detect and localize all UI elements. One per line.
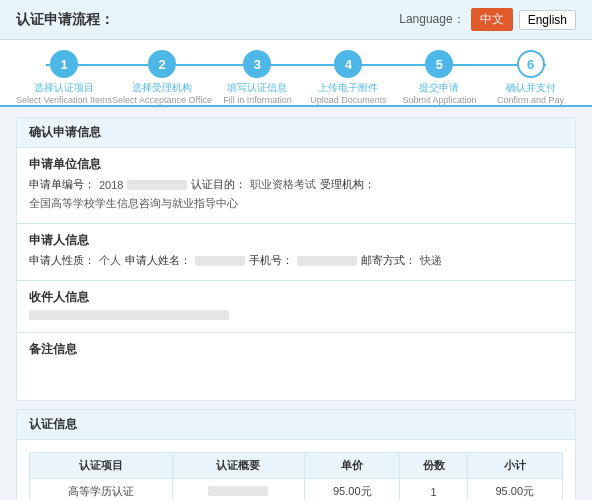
- lang-cn-button[interactable]: 中文: [471, 8, 513, 31]
- type-value: 个人: [99, 253, 121, 268]
- cell-unit-price: 95.00元: [305, 479, 400, 501]
- remark-content: [29, 362, 563, 392]
- recipient-row: [29, 310, 563, 320]
- step-2: 2 选择受理机构 Select Acceptance Office: [112, 50, 212, 105]
- cell-subtotal: 95.00元: [467, 479, 562, 501]
- step-6: 6 确认并支付 Confirm and Pay: [485, 50, 576, 105]
- lang-en-button[interactable]: English: [519, 10, 576, 30]
- cert-info-title: 认证信息: [17, 410, 575, 440]
- cert-target-value: 职业资格考试: [250, 177, 316, 192]
- cert-target-label: 认证目的：: [191, 177, 246, 192]
- step-1-cn: 选择认证项目: [34, 81, 94, 95]
- step-2-cn: 选择受理机构: [132, 81, 192, 95]
- recipient-body: 收件人信息: [17, 281, 575, 332]
- order-label: 申请单编号：: [29, 177, 95, 192]
- step-3-en: Fill in Information: [223, 95, 292, 105]
- applicant-person-row: 申请人性质： 个人 申请人姓名： 手机号： 邮寄方式： 快递: [29, 253, 563, 268]
- recipient-title: 收件人信息: [29, 289, 563, 306]
- applicant-person-body: 申请人信息 申请人性质： 个人 申请人姓名： 手机号： 邮寄方式： 快递: [17, 224, 575, 280]
- office-value: 全国高等学校学生信息咨询与就业指导中心: [29, 196, 238, 211]
- step-1-circle: 1: [50, 50, 78, 78]
- applicant-person-title: 申请人信息: [29, 232, 563, 249]
- mail-label: 邮寄方式：: [361, 253, 416, 268]
- step-5-circle: 5: [425, 50, 453, 78]
- step-4-circle: 4: [334, 50, 362, 78]
- remark-body: 备注信息: [17, 333, 575, 400]
- type-label: 申请人性质：: [29, 253, 95, 268]
- applicant-unit-title: 申请单位信息: [29, 156, 563, 173]
- language-bar: Language： 中文 English: [399, 8, 576, 31]
- office-label: 受理机构：: [320, 177, 375, 192]
- recipient-blurred: [29, 310, 229, 320]
- name-blurred: [195, 256, 245, 266]
- step-1-en: Select Verification Items: [16, 95, 112, 105]
- order-value: 2018: [99, 179, 123, 191]
- col-unit-price: 单价: [305, 453, 400, 479]
- language-label: Language：: [399, 11, 464, 28]
- summary-blurred: [208, 486, 268, 496]
- table-row: 高等学历认证 95.00元 1 95.00元: [30, 479, 563, 501]
- mail-value: 快递: [420, 253, 442, 268]
- step-6-circle: 6: [517, 50, 545, 78]
- applicant-unit-body: 申请单位信息 申请单编号： 2018 认证目的： 职业资格考试 受理机构： 全国…: [17, 148, 575, 223]
- col-summary: 认证概要: [172, 453, 304, 479]
- cell-quantity: 1: [400, 479, 467, 501]
- page-title: 认证申请流程：: [16, 11, 114, 29]
- steps-container: 1 选择认证项目 Select Verification Items 2 选择受…: [0, 40, 592, 107]
- cell-summary: [172, 479, 304, 501]
- step-5: 5 提交申请 Submit Application: [394, 50, 485, 105]
- remark-title: 备注信息: [29, 341, 563, 358]
- step-3-cn: 填写认证信息: [227, 81, 287, 95]
- applicant-unit-row: 申请单编号： 2018 认证目的： 职业资格考试 受理机构： 全国高等学校学生信…: [29, 177, 563, 211]
- col-subtotal: 小计: [467, 453, 562, 479]
- step-1: 1 选择认证项目 Select Verification Items: [16, 50, 112, 105]
- cell-project: 高等学历认证: [30, 479, 173, 501]
- step-2-circle: 2: [148, 50, 176, 78]
- order-blurred: [127, 180, 187, 190]
- cert-info-body: 认证项目 认证概要 单价 份数 小计 高等学历认证 95.00元 1: [17, 440, 575, 500]
- col-project: 认证项目: [30, 453, 173, 479]
- step-2-en: Select Acceptance Office: [112, 95, 212, 105]
- name-label: 申请人姓名：: [125, 253, 191, 268]
- main-content: 确认申请信息 申请单位信息 申请单编号： 2018 认证目的： 职业资格考试 受…: [0, 107, 592, 500]
- step-4: 4 上传电子附件 Upload Documents: [303, 50, 394, 105]
- step-3-circle: 3: [243, 50, 271, 78]
- step-4-cn: 上传电子附件: [318, 81, 378, 95]
- col-quantity: 份数: [400, 453, 467, 479]
- step-6-cn: 确认并支付: [506, 81, 556, 95]
- step-5-en: Submit Application: [402, 95, 476, 105]
- page-header: 认证申请流程： Language： 中文 English: [0, 0, 592, 40]
- step-4-en: Upload Documents: [310, 95, 387, 105]
- cert-table: 认证项目 认证概要 单价 份数 小计 高等学历认证 95.00元 1: [29, 452, 563, 500]
- phone-label: 手机号：: [249, 253, 293, 268]
- confirm-section-title: 确认申请信息: [17, 118, 575, 148]
- step-5-cn: 提交申请: [419, 81, 459, 95]
- cert-info-section: 认证信息 认证项目 认证概要 单价 份数 小计 高等学历认证: [16, 409, 576, 500]
- step-3: 3 填写认证信息 Fill in Information: [212, 50, 303, 105]
- steps-row: 1 选择认证项目 Select Verification Items 2 选择受…: [16, 50, 576, 105]
- step-6-en: Confirm and Pay: [497, 95, 564, 105]
- confirm-section: 确认申请信息 申请单位信息 申请单编号： 2018 认证目的： 职业资格考试 受…: [16, 117, 576, 401]
- phone-blurred: [297, 256, 357, 266]
